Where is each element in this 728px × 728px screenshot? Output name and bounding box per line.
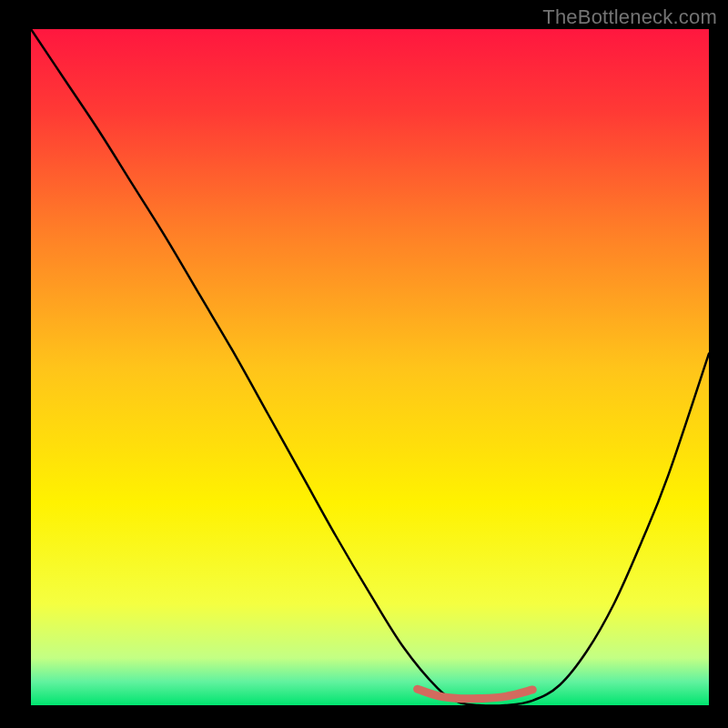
chart-stage: TheBottleneck.com [0, 0, 728, 728]
bottleneck-chart [0, 0, 728, 728]
watermark-text: TheBottleneck.com [542, 5, 717, 29]
plot-background [31, 29, 709, 705]
